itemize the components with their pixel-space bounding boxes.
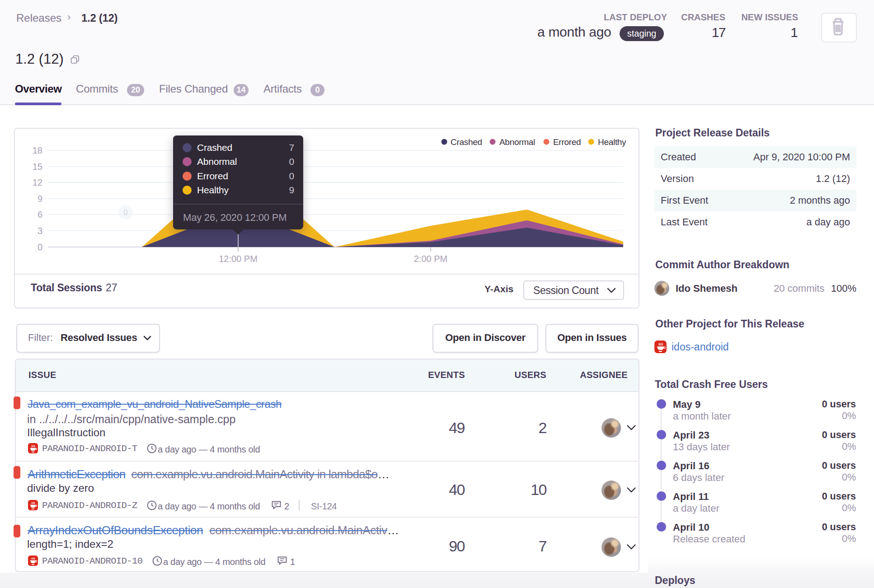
svg-text:Errored: Errored bbox=[553, 137, 581, 147]
svg-text:12:00 PM: 12:00 PM bbox=[219, 254, 258, 264]
svg-text:0: 0 bbox=[38, 242, 42, 252]
svg-text:7: 7 bbox=[289, 142, 294, 153]
svg-text:9: 9 bbox=[38, 194, 42, 204]
svg-text:0: 0 bbox=[289, 171, 294, 181]
svg-text:Abnormal: Abnormal bbox=[499, 137, 535, 147]
svg-text:Healthy: Healthy bbox=[598, 137, 626, 147]
svg-text:Errored: Errored bbox=[197, 171, 228, 181]
svg-text:Abnormal: Abnormal bbox=[197, 156, 237, 167]
svg-text:12: 12 bbox=[33, 177, 42, 187]
svg-text:Crashed: Crashed bbox=[451, 137, 482, 147]
svg-text:2:00 PM: 2:00 PM bbox=[414, 254, 447, 264]
svg-text:May 26, 2020 12:00 PM: May 26, 2020 12:00 PM bbox=[183, 212, 287, 223]
svg-text:Crashed: Crashed bbox=[197, 142, 232, 153]
svg-text:9: 9 bbox=[289, 185, 294, 195]
svg-text:0: 0 bbox=[289, 156, 294, 167]
svg-text:Healthy: Healthy bbox=[197, 185, 229, 195]
svg-text:3: 3 bbox=[38, 226, 42, 236]
svg-text:15: 15 bbox=[33, 162, 42, 172]
svg-text:18: 18 bbox=[33, 145, 42, 155]
svg-text:6: 6 bbox=[38, 210, 42, 219]
svg-text:0: 0 bbox=[123, 208, 127, 217]
